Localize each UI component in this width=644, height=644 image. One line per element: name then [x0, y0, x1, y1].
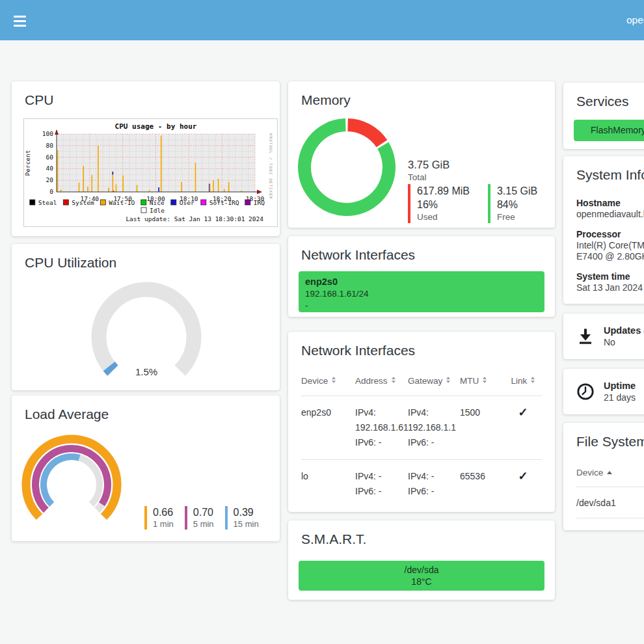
system-information-fields: Hostname openmediavault.local Processor …: [563, 183, 644, 293]
column-header-device[interactable]: Device: [576, 468, 644, 487]
svg-text:System: System: [72, 199, 94, 206]
smart-device: /dev/sda: [405, 564, 439, 576]
interface-gateway: -: [305, 300, 544, 312]
column-header-address[interactable]: Address: [355, 376, 408, 386]
memory-used-label: Used: [417, 211, 470, 223]
smart-temperature: 18°C: [411, 576, 431, 587]
uptime-card: Uptime 21 days: [563, 369, 644, 414]
breadcrumb: Dashboard: [0, 40, 644, 72]
svg-text:Idle: Idle: [150, 207, 165, 214]
cell-device: enp2s0: [301, 405, 355, 450]
file-systems-card: File Systems Device /dev/sda1: [563, 423, 644, 530]
cpu-utilization-card: CPU Utilization 1.5%: [12, 244, 280, 390]
svg-text:Nice: Nice: [150, 199, 165, 206]
card-title-cpu-utilization: CPU Utilization: [12, 244, 280, 271]
table-row: lo IPv4: - IPv6: - IPv4: - IPv6: - 65536…: [301, 460, 542, 508]
network-table-card: Network Interfaces Device Address Gatewa…: [288, 332, 555, 512]
services-card: Services FlashMemory: [563, 83, 644, 149]
cell-mtu: 1500: [460, 405, 504, 450]
svg-text:100: 100: [42, 130, 53, 137]
column-header-gateway[interactable]: Gateway: [408, 376, 460, 386]
svg-text:CPU usage - by hour: CPU usage - by hour: [115, 122, 197, 131]
sort-icon: [531, 377, 535, 383]
column-header-link[interactable]: Link: [504, 376, 542, 386]
svg-text:20: 20: [46, 176, 54, 183]
memory-total-label: Total: [408, 172, 449, 183]
network-table: Device Address Gateway MTU Link enp2s0 I…: [301, 376, 542, 508]
field-processor: Processor Intel(R) Core(TM)2 Duo CPU E74…: [576, 228, 644, 263]
clock-icon: [576, 382, 595, 401]
svg-text:Percent: Percent: [24, 150, 31, 176]
updates-value: No: [604, 336, 644, 348]
svg-text:40: 40: [46, 165, 54, 172]
sort-asc-icon: [607, 471, 612, 474]
smart-device-banner: /dev/sda 18°C: [299, 561, 544, 591]
load-15min-value: 0.39: [234, 506, 259, 519]
sort-icon: [392, 377, 396, 383]
svg-text:RRDTOOL / TOBI OETIKER: RRDTOOL / TOBI OETIKER: [269, 133, 273, 199]
card-title-network-overview: Network Interfaces: [288, 236, 555, 263]
card-title-services: Services: [563, 83, 644, 109]
download-icon: [576, 327, 595, 345]
load-1min-label: 1 min: [153, 519, 174, 530]
system-information-card: System Information Hostname openmediavau…: [563, 156, 644, 304]
memory-used: 617.89 MiB 16% Used: [408, 184, 470, 223]
app-title[interactable]: openmediavault: [626, 14, 644, 26]
memory-total: 3.75 GiB Total: [408, 158, 449, 183]
service-badge-flashmemory: FlashMemory: [574, 120, 644, 141]
network-interface-banner: enp2s0 192.168.1.61/24 -: [299, 271, 544, 312]
table-row: enp2s0 IPv4: 192.168.1.61/24 IPv6: - IPv…: [301, 396, 542, 459]
cell-gateway: IPv4: - IPv6: -: [408, 469, 460, 499]
column-header-mtu[interactable]: MTU: [460, 376, 504, 386]
svg-text:60: 60: [46, 154, 54, 161]
card-title-file-systems: File Systems: [563, 423, 644, 449]
network-table-header: Device Address Gateway MTU Link: [301, 376, 542, 396]
card-title-smart: S.M.A.R.T.: [288, 520, 555, 547]
cpu-usage-chart: 02040608010017:4017:5018:0018:1018:2018:…: [23, 118, 278, 227]
card-title-load-average: Load Average: [12, 396, 280, 422]
column-header-device[interactable]: Device: [301, 376, 355, 386]
svg-text:User: User: [180, 199, 195, 206]
load-legend-1min: 0.66 1 min: [144, 506, 174, 530]
uptime-value: 21 days: [604, 392, 636, 403]
cell-address: IPv4: - IPv6: -: [355, 469, 408, 499]
card-title-system-information: System Information: [563, 156, 644, 183]
uptime-label: Uptime: [604, 380, 636, 392]
updates-text: Updates available No: [604, 325, 644, 348]
field-hostname: Hostname openmediavault.local: [576, 197, 644, 221]
file-systems-table: Device /dev/sda1: [576, 468, 644, 518]
sort-icon: [483, 377, 487, 383]
table-row: /dev/sda1: [576, 487, 644, 518]
cell-address: IPv4: 192.168.1.61/24 IPv6: -: [355, 405, 408, 450]
smart-card: S.M.A.R.T. /dev/sda 18°C: [288, 520, 555, 600]
menu-icon[interactable]: [14, 16, 29, 27]
updates-card: Updates available No: [563, 314, 644, 359]
svg-text:Soft-IRQ: Soft-IRQ: [209, 199, 239, 206]
memory-free-label: Free: [497, 211, 537, 223]
network-overview-card: Network Interfaces enp2s0 192.168.1.61/2…: [288, 236, 555, 317]
uptime-text: Uptime 21 days: [604, 380, 636, 403]
card-title-cpu: CPU: [12, 81, 280, 108]
memory-free-value: 3.15 GiB: [497, 184, 537, 198]
interface-address: 192.168.1.61/24: [305, 288, 544, 300]
memory-total-value: 3.75 GiB: [408, 158, 449, 172]
svg-text:Wait-IO: Wait-IO: [109, 199, 135, 206]
load-average-legend: 0.66 1 min 0.70 5 min 0.39 15 min: [144, 506, 259, 530]
check-icon: ✓: [504, 405, 542, 450]
svg-text:IRQ: IRQ: [254, 199, 265, 206]
cpu-utilization-value: 1.5%: [135, 366, 157, 377]
card-title-memory: Memory: [288, 81, 555, 108]
load-legend-5min: 0.70 5 min: [185, 506, 214, 530]
cpu-card: CPU 02040608010017:4017:5018:0018:1018:2…: [12, 81, 280, 236]
cell-mtu: 65536: [460, 469, 504, 499]
svg-text:Last update: Sat Jan 13 18:30:: Last update: Sat Jan 13 18:30:01 2024: [126, 215, 263, 222]
cell-device: lo: [301, 469, 355, 499]
svg-text:Steal: Steal: [38, 199, 57, 206]
field-system-time: System time Sat 13 Jan 2024 06:30:01 PM: [576, 271, 644, 294]
load-5min-value: 0.70: [193, 506, 214, 519]
memory-free-percent: 84%: [497, 198, 537, 211]
svg-text:80: 80: [46, 142, 54, 149]
cell-gateway: IPv4: 192.168.1.1 IPv6: -: [408, 405, 460, 450]
load-15min-label: 15 min: [234, 519, 259, 530]
svg-text:0: 0: [49, 188, 53, 195]
